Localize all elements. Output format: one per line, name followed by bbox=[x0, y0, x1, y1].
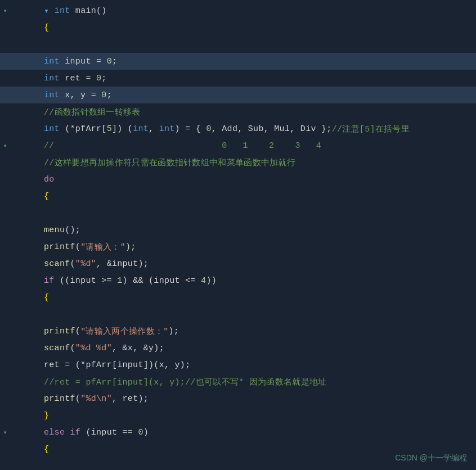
code-line-content: //ret = pfArr[input](x, y);//也可以不写* 因为函数… bbox=[42, 377, 476, 387]
token: printf bbox=[44, 394, 75, 404]
token: { bbox=[44, 192, 49, 201]
line-row: do bbox=[0, 171, 476, 188]
token: ; bbox=[107, 91, 112, 100]
code-line-content: int input = 0; bbox=[42, 57, 476, 66]
code-line-content: printf("%d\n", ret); bbox=[42, 394, 476, 404]
token: "%d %d" bbox=[75, 344, 112, 353]
token: input = bbox=[60, 57, 107, 66]
line-row: { bbox=[0, 289, 476, 306]
token: ) bbox=[143, 428, 149, 437]
line-row: { bbox=[0, 188, 476, 205]
token: 0 bbox=[206, 124, 211, 134]
fold-arrow[interactable]: ▾ bbox=[0, 7, 10, 15]
token: , bbox=[149, 124, 159, 134]
token: int bbox=[44, 91, 60, 100]
token: { bbox=[44, 445, 49, 454]
token: else bbox=[44, 428, 65, 437]
code-line-content: } bbox=[42, 411, 476, 421]
token: ret = bbox=[60, 74, 96, 83]
token: (); bbox=[65, 225, 80, 235]
line-row: menu(); bbox=[0, 222, 476, 238]
token: { bbox=[44, 293, 49, 302]
token: ▾ bbox=[44, 6, 55, 16]
code-line-content: int x, y = 0; bbox=[42, 91, 476, 100]
code-line-content: //这样要想再加操作符只需在函数指针数组中和菜单函数中加就行 bbox=[42, 157, 476, 168]
token: "请输入：" bbox=[80, 242, 125, 252]
token: //注意[5]在括号里 bbox=[332, 124, 410, 134]
code-line-content: { bbox=[42, 445, 476, 454]
token: ); bbox=[125, 242, 136, 252]
watermark: CSDN @十一学编程 bbox=[395, 453, 467, 463]
token: "请输入两个操作数：" bbox=[80, 326, 168, 337]
code-line-content: { bbox=[42, 23, 476, 33]
token: x, y = bbox=[60, 91, 101, 100]
token: ]) ( bbox=[112, 124, 133, 134]
token: int bbox=[44, 74, 60, 83]
line-row: //ret = pfArr[input](x, y);//也可以不写* 因为函数… bbox=[0, 373, 476, 390]
line-row: //这样要想再加操作符只需在函数指针数组中和菜单函数中加就行 bbox=[0, 154, 476, 171]
token: , &input); bbox=[96, 259, 149, 269]
line-row: printf("请输入两个操作数："); bbox=[0, 323, 476, 340]
line-row: ▾else if (input == 0) bbox=[0, 424, 476, 441]
token: ( bbox=[75, 394, 80, 404]
line-row: int input = 0; bbox=[0, 53, 476, 70]
token bbox=[65, 428, 70, 437]
token: { bbox=[44, 23, 49, 33]
token: 0 bbox=[138, 428, 143, 437]
token: , Add, Sub, Mul, Div }; bbox=[212, 124, 332, 134]
line-row: { bbox=[0, 19, 476, 36]
token: ) = { bbox=[175, 124, 206, 134]
token: ( bbox=[70, 344, 75, 353]
line-row: int (*pfArr[5]) (int, int) = { 0, Add, S… bbox=[0, 120, 476, 137]
token: )) bbox=[206, 276, 217, 286]
token: ((input >= bbox=[55, 276, 118, 286]
line-row: scanf("%d %d", &x, &y); bbox=[0, 340, 476, 356]
token: 0 bbox=[101, 91, 106, 100]
token: ) && (input <= bbox=[123, 276, 201, 286]
token: //这样要想再加操作符只需在函数指针数组中和菜单函数中加就行 bbox=[44, 157, 295, 168]
token: printf bbox=[44, 327, 75, 336]
token: ); bbox=[168, 327, 179, 336]
line-row: ▾▾ int main() bbox=[0, 2, 476, 19]
token: if bbox=[70, 428, 81, 437]
token: int bbox=[159, 124, 175, 134]
code-line-content: // 0 1 2 3 4 bbox=[42, 141, 476, 151]
token: scanf bbox=[44, 259, 70, 269]
code-line-content: int (*pfArr[5]) (int, int) = { 0, Add, S… bbox=[42, 124, 476, 134]
code-line-content: { bbox=[42, 192, 476, 201]
fold-arrow[interactable]: ▾ bbox=[0, 142, 10, 150]
token: } bbox=[44, 411, 49, 421]
line-row: int x, y = 0; bbox=[0, 87, 476, 103]
line-row: ▾// 0 1 2 3 4 bbox=[0, 137, 476, 154]
code-line-content: ▾ int main() bbox=[42, 6, 476, 16]
token: ; bbox=[101, 74, 106, 83]
token: (*pfArr[ bbox=[60, 124, 107, 134]
token: , ret); bbox=[112, 394, 149, 404]
token: ( bbox=[75, 242, 80, 252]
token: int bbox=[133, 124, 149, 134]
token: do bbox=[44, 175, 55, 184]
token: ret = (*pfArr[input])(x, y); bbox=[44, 360, 190, 370]
token: int bbox=[55, 6, 70, 16]
line-row: if ((input >= 1) && (input <= 4)) bbox=[0, 272, 476, 289]
token: "%d" bbox=[75, 259, 96, 269]
token: int bbox=[44, 57, 60, 66]
line-row bbox=[0, 205, 476, 222]
token: // 0 1 2 3 4 bbox=[44, 141, 321, 151]
code-line-content: printf("请输入："); bbox=[42, 242, 476, 252]
line-row: //函数指针数组一转移表 bbox=[0, 103, 476, 120]
line-row: scanf("%d", &input); bbox=[0, 255, 476, 272]
token: ( bbox=[70, 259, 75, 269]
line-row: ret = (*pfArr[input])(x, y); bbox=[0, 356, 476, 373]
code-line-content: if ((input >= 1) && (input <= 4)) bbox=[42, 276, 476, 286]
token: 5 bbox=[107, 124, 112, 134]
code-editor[interactable]: ▾▾ int main(){int input = 0;int ret = 0;… bbox=[0, 0, 476, 470]
fold-arrow[interactable]: ▾ bbox=[0, 428, 10, 437]
code-line-content: scanf("%d %d", &x, &y); bbox=[42, 344, 476, 353]
token: 0 bbox=[107, 57, 112, 66]
code-line-content: scanf("%d", &input); bbox=[42, 259, 476, 269]
token: (input == bbox=[80, 428, 138, 437]
token: "%d\n" bbox=[80, 394, 112, 404]
token: , &x, &y); bbox=[112, 344, 164, 353]
token: scanf bbox=[44, 344, 70, 353]
